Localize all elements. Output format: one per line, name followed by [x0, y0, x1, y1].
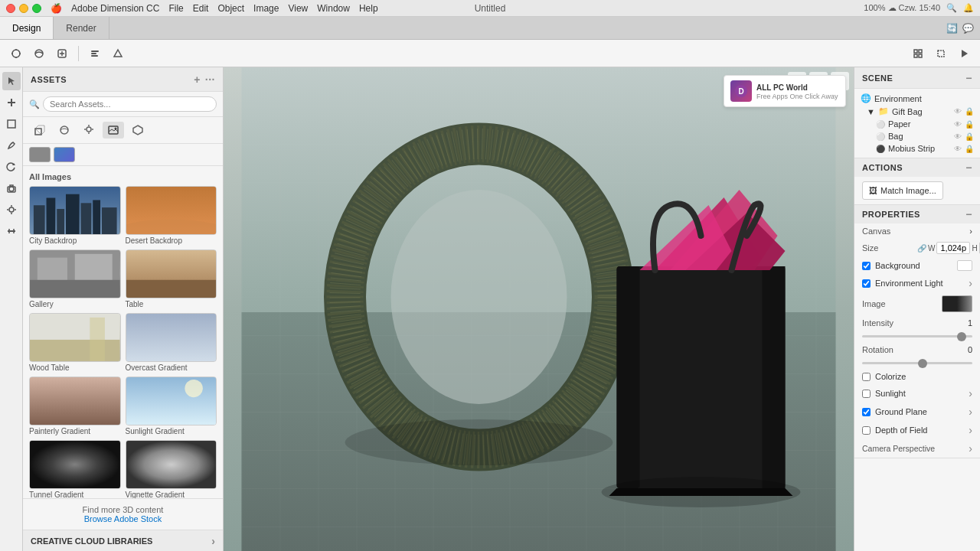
list-item[interactable]: Desert Backdrop	[126, 186, 217, 245]
chat-icon[interactable]: 💬	[962, 23, 974, 34]
scene-collapse-icon[interactable]: −	[965, 72, 972, 84]
sync-icon[interactable]: 🔄	[946, 23, 958, 34]
minimize-button[interactable]	[19, 4, 28, 13]
scene-item-gift-bag[interactable]: ▼ 📁 Gift Bag 👁 🔒	[854, 105, 980, 118]
svg-rect-16	[919, 54, 922, 57]
visibility-icon[interactable]: 👁	[954, 145, 962, 153]
apple-menu[interactable]: 🍎	[51, 3, 62, 14]
image-label: Vignette Gradient	[126, 491, 217, 498]
scene-item-bag[interactable]: ⚪ Bag 👁 🔒	[854, 130, 980, 142]
match-image-button[interactable]: 🖼 Match Image...	[862, 181, 943, 200]
menu-view[interactable]: View	[288, 3, 308, 14]
swatch-blue[interactable]	[54, 147, 75, 162]
tab-materials[interactable]	[54, 122, 75, 139]
light-tool[interactable]	[2, 201, 21, 219]
width-input[interactable]	[936, 242, 970, 254]
ground-plane-chevron[interactable]: ›	[969, 406, 972, 418]
notifications-icon[interactable]: 🔔	[963, 3, 974, 13]
browse-adobe-stock-link[interactable]: Browse Adobe Stock	[84, 514, 162, 523]
frame-selected-tool[interactable]	[931, 44, 951, 64]
visibility-icon[interactable]: 👁	[954, 132, 962, 141]
add-object-tool[interactable]	[2, 93, 21, 112]
cc-libraries[interactable]: CREATIVE CLOUD LIBRARIES ›	[23, 530, 223, 551]
tab-substances[interactable]	[127, 122, 149, 139]
tab-images[interactable]	[103, 122, 124, 139]
svg-rect-50	[93, 200, 100, 234]
search-input[interactable]	[43, 96, 217, 112]
sunlight-chevron[interactable]: ›	[969, 387, 972, 399]
swatch-gray[interactable]	[29, 147, 51, 162]
orbit-tool[interactable]	[29, 44, 49, 64]
select-tool[interactable]	[6, 44, 26, 64]
colorize-checkbox[interactable]	[862, 373, 871, 381]
menu-file[interactable]: File	[168, 3, 183, 14]
list-item[interactable]: Tunnel Gradient	[29, 440, 121, 498]
env-light-checkbox[interactable]	[862, 279, 871, 288]
properties-collapse-icon[interactable]: −	[965, 208, 972, 220]
canvas-chevron[interactable]: ›	[919, 227, 972, 236]
sphere-icon: ⚫	[876, 145, 885, 153]
list-item[interactable]: Gallery	[29, 249, 121, 308]
tab-render[interactable]: Render	[54, 17, 109, 39]
list-item[interactable]: Table	[126, 249, 217, 308]
tab-lights[interactable]	[78, 122, 100, 139]
tab-3d-models[interactable]	[29, 122, 51, 139]
ground-plane-checkbox[interactable]	[862, 408, 871, 416]
depth-of-field-chevron[interactable]: ›	[969, 424, 972, 436]
rotation-thumb[interactable]	[918, 359, 927, 368]
depth-of-field-checkbox[interactable]	[862, 426, 871, 435]
menu-image[interactable]: Image	[253, 3, 279, 14]
viewport[interactable]: D ALL PC World Free Apps One Click Away	[224, 67, 854, 551]
add-asset-icon[interactable]: +	[194, 73, 201, 86]
tab-design[interactable]: Design	[0, 17, 54, 39]
camera-perspective-label: Camera Perspective	[862, 444, 954, 453]
menu-help[interactable]: Help	[359, 3, 378, 14]
rotate-tool[interactable]	[2, 158, 21, 176]
actions-collapse-icon[interactable]: −	[965, 161, 972, 174]
lock-icon[interactable]: 🔒	[965, 132, 974, 141]
list-item[interactable]: Painterly Gradient	[29, 377, 121, 435]
render-preview-tool[interactable]	[954, 44, 974, 64]
menu-object[interactable]: Object	[217, 3, 244, 14]
visibility-icon[interactable]: 👁	[954, 120, 962, 129]
rotation-slider-track[interactable]	[862, 362, 972, 364]
svg-rect-48	[66, 194, 80, 234]
list-item[interactable]: Vignette Gradient	[126, 440, 217, 498]
colorize-label: Colorize	[875, 372, 906, 381]
list-item[interactable]: Overcast Gradient	[126, 313, 217, 372]
sunlight-checkbox[interactable]	[862, 390, 871, 398]
intensity-slider-track[interactable]	[862, 335, 972, 337]
scene-item-environment[interactable]: 🌐 Environment	[854, 92, 980, 105]
select-icon-tool[interactable]	[2, 72, 21, 90]
env-light-chevron[interactable]: ›	[969, 277, 972, 289]
assets-menu-icon[interactable]: ···	[205, 73, 215, 86]
camera-tool[interactable]	[2, 179, 21, 197]
list-item[interactable]: Wood Table	[29, 313, 121, 372]
measure-tool[interactable]	[2, 222, 21, 240]
align-tool[interactable]	[85, 44, 105, 64]
list-item[interactable]: City Backdrop	[29, 186, 121, 245]
scene-item-paper[interactable]: ⚪ Paper 👁 🔒	[854, 118, 980, 130]
search-icon[interactable]: 🔍	[946, 3, 957, 13]
menu-window[interactable]: Window	[317, 3, 350, 14]
visibility-icon[interactable]: 👁	[954, 107, 962, 116]
list-item[interactable]: Sunlight Gradient	[126, 377, 217, 435]
lock-icon[interactable]: 🔒	[965, 120, 974, 129]
camera-perspective-chevron[interactable]: ›	[969, 442, 972, 455]
intensity-thumb[interactable]	[957, 332, 966, 341]
snap-tool[interactable]	[108, 44, 128, 64]
paint-tool[interactable]	[2, 136, 21, 155]
scene-item-mobius-strip[interactable]: ⚫ Mobius Strip 👁 🔒	[854, 142, 980, 155]
background-checkbox[interactable]	[862, 262, 871, 270]
transform-tool[interactable]	[2, 115, 21, 133]
lock-icon[interactable]: 🔒	[965, 107, 974, 116]
frame-all-tool[interactable]	[908, 44, 928, 64]
image-label: Gallery	[29, 300, 121, 308]
image-preview-swatch[interactable]	[942, 295, 972, 312]
lock-icon[interactable]: 🔒	[965, 145, 974, 153]
pan-tool[interactable]	[52, 44, 72, 64]
background-color-swatch[interactable]	[957, 260, 972, 271]
close-button[interactable]	[6, 4, 15, 13]
menu-edit[interactable]: Edit	[193, 3, 209, 14]
maximize-button[interactable]	[32, 4, 41, 13]
